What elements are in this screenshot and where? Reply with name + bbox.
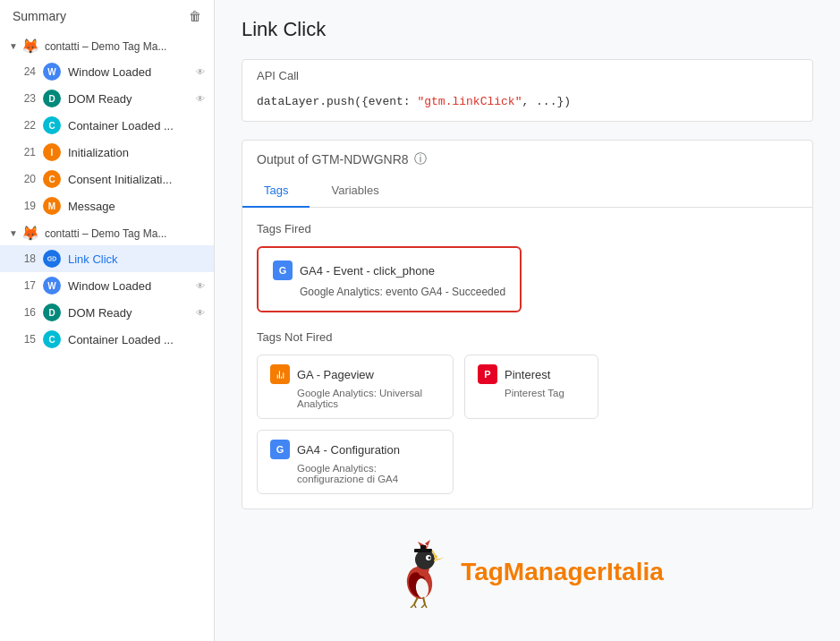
page-title: Link Click: [242, 18, 813, 41]
sidebar-header: Summary 🗑: [0, 0, 214, 32]
logo-text: TagManagerItalia: [461, 558, 664, 586]
sidebar-item-23[interactable]: 23 D DOM Ready 👁: [0, 85, 214, 112]
ga4-config-header: G GA4 - Configuration: [270, 440, 440, 459]
svg-line-11: [411, 604, 414, 608]
item-num-24: 24: [16, 65, 36, 78]
item-label-16: DOM Ready: [68, 306, 192, 320]
section-top-title: contatti – Demo Tag Ma...: [45, 40, 167, 53]
window-loaded-icon-17: W: [43, 277, 61, 295]
code-suffix: , ...}): [522, 95, 571, 108]
ga-pageview-name: GA - Pageview: [297, 368, 374, 381]
container-loaded-icon-22: C: [43, 116, 61, 134]
tag-card-ga-pageview: GA - Pageview Google Analytics: Universa…: [257, 355, 454, 419]
logo-text-orange: Italia: [607, 558, 664, 585]
container-loaded-icon-15: C: [43, 330, 61, 348]
svg-line-9: [414, 597, 418, 604]
tag-card-pinterest: P Pinterest Pinterest Tag: [464, 355, 598, 419]
sidebar-item-16[interactable]: 16 D DOM Ready 👁: [0, 299, 214, 326]
info-icon[interactable]: ⓘ: [414, 151, 427, 167]
output-label: Output of GTM-NDWGNR8: [257, 152, 409, 167]
pinterest-desc: Pinterest Tag: [505, 388, 585, 398]
svg-line-14: [425, 604, 427, 608]
pinterest-name: Pinterest: [505, 368, 550, 381]
sidebar-section-bottom[interactable]: ▼ 🦊 contatti – Demo Tag Ma...: [0, 219, 214, 245]
dom-ready-icon-16: D: [43, 303, 61, 321]
item-num-23: 23: [16, 92, 36, 105]
link-click-icon-18: [43, 250, 61, 268]
item-label-20: Consent Initializati...: [68, 173, 205, 186]
chevron-icon: ▼: [9, 41, 18, 51]
item-num-18: 18: [16, 252, 36, 265]
tab-tags[interactable]: Tags: [242, 175, 310, 208]
sidebar-section-top[interactable]: ▼ 🦊 contatti – Demo Tag Ma...: [0, 32, 214, 58]
api-call-code: dataLayer.push({event: "gtm.linkClick", …: [242, 88, 812, 121]
item-label-17: Window Loaded: [68, 279, 192, 293]
trash-icon[interactable]: 🗑: [189, 9, 201, 23]
item-label-18: Link Click: [68, 252, 205, 266]
sidebar-item-15[interactable]: 15 C Container Loaded ...: [0, 326, 214, 353]
item-num-19: 19: [16, 200, 36, 212]
ga4-config-icon: G: [270, 440, 290, 459]
output-box: Output of GTM-NDWGNR8 ⓘ Tags Variables T…: [242, 140, 813, 509]
item-num-22: 22: [16, 119, 36, 132]
dom-ready-icon-23: D: [43, 90, 61, 107]
sidebar: Summary 🗑 ▼ 🦊 contatti – Demo Tag Ma... …: [0, 0, 215, 641]
main-content: Link Click API Call dataLayer.push({even…: [215, 0, 840, 641]
tags-not-fired-row: GA - Pageview Google Analytics: Universa…: [257, 355, 798, 494]
logo-area: TagManagerItalia: [242, 509, 813, 617]
init-icon-21: I: [43, 143, 61, 161]
tags-fired-label: Tags Fired: [257, 222, 798, 235]
message-icon-19: M: [43, 197, 61, 215]
fox-icon-top: 🦊: [21, 38, 39, 55]
tag-card-ga4-config: G GA4 - Configuration Google Analytics: …: [257, 430, 454, 494]
tab-variables[interactable]: Variables: [310, 175, 400, 208]
code-prefix: dataLayer.push({event:: [257, 95, 417, 108]
ga4-config-name: GA4 - Configuration: [297, 443, 400, 457]
ga-pageview-desc: Google Analytics: Universal Analytics: [297, 388, 440, 409]
code-string: "gtm.linkClick": [417, 95, 522, 108]
tags-fired-desc: Google Analytics: evento GA4 - Succeeded: [300, 286, 505, 298]
svg-line-10: [423, 597, 425, 604]
window-loaded-icon-24: W: [43, 63, 61, 81]
item-label-23: DOM Ready: [68, 92, 192, 106]
output-header: Output of GTM-NDWGNR8 ⓘ: [242, 141, 812, 167]
pinterest-icon: P: [478, 364, 497, 384]
sidebar-item-19[interactable]: 19 M Message: [0, 192, 214, 219]
item-num-20: 20: [16, 173, 36, 185]
api-call-box: API Call dataLayer.push({event: "gtm.lin…: [242, 59, 813, 122]
woodpecker-logo: [391, 536, 454, 608]
logo-text-black: TagManager: [461, 558, 607, 585]
sidebar-item-22[interactable]: 22 C Container Loaded ...: [0, 112, 214, 139]
section-bottom-title: contatti – Demo Tag Ma...: [45, 227, 167, 240]
svg-line-13: [421, 604, 425, 608]
item-num-16: 16: [16, 306, 36, 319]
tags-fired-card-header: G GA4 - Event - click_phone: [273, 261, 505, 280]
item-label-22: Container Loaded ...: [68, 119, 205, 132]
eye-icon-16: 👁: [196, 308, 205, 318]
svg-point-4: [415, 550, 435, 569]
sidebar-item-20[interactable]: 20 C Consent Initializati...: [0, 166, 214, 192]
fox-icon-bottom: 🦊: [21, 225, 39, 242]
sidebar-item-18[interactable]: 18 Link Click: [0, 245, 214, 272]
ga4-config-desc: Google Analytics: configurazione di GA4: [297, 463, 440, 484]
ga4-event-icon: G: [273, 261, 293, 280]
api-call-label: API Call: [242, 60, 812, 88]
ga-pageview-header: GA - Pageview: [270, 364, 440, 384]
svg-rect-16: [420, 545, 426, 550]
item-num-15: 15: [16, 333, 36, 346]
svg-line-12: [414, 604, 416, 608]
eye-icon-17: 👁: [196, 281, 205, 291]
item-num-21: 21: [16, 146, 36, 158]
item-label-19: Message: [68, 200, 205, 213]
sidebar-item-21[interactable]: 21 I Initialization: [0, 139, 214, 166]
ga-pageview-icon: [270, 364, 290, 384]
svg-point-7: [428, 557, 431, 560]
consent-icon-20: C: [43, 170, 61, 188]
item-label-21: Initialization: [68, 146, 205, 159]
sidebar-item-17[interactable]: 17 W Window Loaded 👁: [0, 272, 214, 299]
sidebar-item-24[interactable]: 24 W Window Loaded 👁: [0, 58, 214, 85]
eye-icon-23: 👁: [196, 94, 205, 104]
item-label-24: Window Loaded: [68, 65, 192, 79]
chevron-icon-2: ▼: [9, 228, 18, 238]
pinterest-header: P Pinterest: [478, 364, 585, 384]
